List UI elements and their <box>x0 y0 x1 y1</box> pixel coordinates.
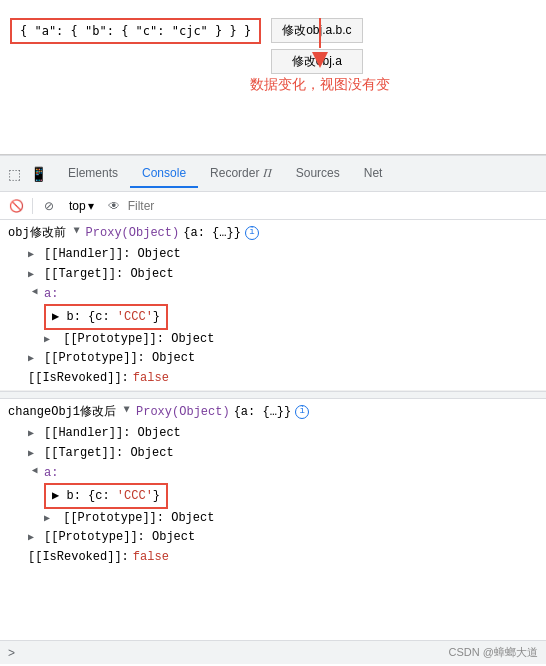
entry1-proto2: [[Prototype]]: Object <box>44 349 195 367</box>
entry1-handler-arrow[interactable]: ▶ <box>28 247 40 262</box>
entry2-proxy-content: {a: {…}} <box>234 403 292 421</box>
entry2-target-arrow[interactable]: ▶ <box>28 446 40 461</box>
entry1-b-highlight: ▶ b: {c: 'CCC'} <box>44 304 168 330</box>
entry2-target-row: ▶ [[Target]]: Object <box>8 443 538 463</box>
entry2-proxy-keyword: Proxy(Object) <box>136 403 230 421</box>
entry1-proto1-row: ▶ [[Prototype]]: Object <box>8 330 538 348</box>
entry1-isrevoked-label: [[IsRevoked]]: <box>28 369 129 387</box>
entry1-isrevoked-row: [[IsRevoked]]: false <box>8 368 538 388</box>
entry1-proto2-arrow[interactable]: ▶ <box>28 351 40 366</box>
entry2-target: [[Target]]: Object <box>44 444 174 462</box>
entry1-a-label: a: <box>44 285 58 303</box>
entry1-info-icon[interactable]: i <box>245 226 259 240</box>
chevron-down-icon: ▾ <box>88 199 94 213</box>
arrow-indicator: 数据变化，视图没有变 <box>250 18 390 94</box>
entry2-expand-arrow[interactable]: ▶ <box>119 406 134 418</box>
log-entry-1-header: obj修改前 ▶ Proxy(Object) {a: {…}} i <box>8 222 538 244</box>
entry1-proto2-row: ▶ [[Prototype]]: Object <box>8 348 538 368</box>
filter-input[interactable] <box>128 196 540 216</box>
entry1-target: [[Target]]: Object <box>44 265 174 283</box>
entry2-label: changeObj1修改后 <box>8 403 116 421</box>
console-output: obj修改前 ▶ Proxy(Object) {a: {…}} i ▶ [[Ha… <box>0 220 546 640</box>
devtools-tab-bar: ⬚ 📱 Elements Console Recorder 𝛱 Sources … <box>0 156 546 192</box>
bottom-bar: > CSDN @蟑螂大道 <box>0 640 546 664</box>
entry2-a-arrow[interactable]: ▼ <box>27 467 42 479</box>
tab-sources[interactable]: Sources <box>284 160 352 188</box>
log-entry-2-header: changeObj1修改后 ▶ Proxy(Object) {a: {…}} i <box>8 401 538 423</box>
eye-icon[interactable]: 👁 <box>104 196 124 216</box>
filter-icon[interactable]: ⊘ <box>39 196 59 216</box>
tab-icons-group: ⬚ 📱 <box>4 164 48 184</box>
entry1-proto1: [[Prototype]]: Object <box>63 332 214 346</box>
entry2-handler: [[Handler]]: Object <box>44 424 181 442</box>
log-entry-1: obj修改前 ▶ Proxy(Object) {a: {…}} i ▶ [[Ha… <box>0 220 546 391</box>
entry1-b-row: ▶ b: {c: 'CCC'} <box>8 304 538 330</box>
entry1-proto1-arrow[interactable]: ▶ <box>44 332 56 347</box>
tab-network[interactable]: Net <box>352 160 395 188</box>
entry1-a-row: ▼ a: <box>8 284 538 304</box>
entry2-isrevoked-row: [[IsRevoked]]: false <box>8 547 538 567</box>
devtools-panel: ⬚ 📱 Elements Console Recorder 𝛱 Sources … <box>0 155 546 664</box>
arrow-down <box>312 52 328 68</box>
entry2-proto1-arrow[interactable]: ▶ <box>44 511 56 526</box>
entry2-b-text: ▶ b: {c: 'CCC'} <box>52 487 160 505</box>
tab-console[interactable]: Console <box>130 160 198 188</box>
entry2-proto1-row: ▶ [[Prototype]]: Object <box>8 509 538 527</box>
entry2-proto2: [[Prototype]]: Object <box>44 528 195 546</box>
arrow-line <box>319 18 321 48</box>
entry1-label: obj修改前 <box>8 224 66 242</box>
entry2-proto2-arrow[interactable]: ▶ <box>28 530 40 545</box>
entry1-expand-arrow[interactable]: ▶ <box>68 227 83 239</box>
toolbar-divider <box>32 198 33 214</box>
section-divider <box>0 391 546 399</box>
entry1-proxy-content: {a: {…}} <box>183 224 241 242</box>
entry2-proto1: [[Prototype]]: Object <box>63 511 214 525</box>
entry1-a-arrow[interactable]: ▼ <box>27 288 42 300</box>
entry2-info-icon[interactable]: i <box>295 405 309 419</box>
entry2-handler-arrow[interactable]: ▶ <box>28 426 40 441</box>
console-toolbar: 🚫 ⊘ top ▾ 👁 <box>0 192 546 220</box>
watermark: CSDN @蟑螂大道 <box>449 645 538 660</box>
entry1-b-text: ▶ b: {c: 'CCC'} <box>52 308 160 326</box>
change-label: 数据变化，视图没有变 <box>250 76 390 94</box>
context-selector[interactable]: top ▾ <box>63 197 100 215</box>
entry2-handler-row: ▶ [[Handler]]: Object <box>8 423 538 443</box>
context-label: top <box>69 199 86 213</box>
device-icon[interactable]: 📱 <box>28 164 48 184</box>
tab-elements[interactable]: Elements <box>56 160 130 188</box>
demo-area: { "a": { "b": { "c": "cjc" } } } 修改obj.a… <box>0 0 546 155</box>
entry2-b-highlight: ▶ b: {c: 'CCC'} <box>44 483 168 509</box>
entry1-target-arrow[interactable]: ▶ <box>28 267 40 282</box>
entry2-proto2-row: ▶ [[Prototype]]: Object <box>8 527 538 547</box>
tab-recorder[interactable]: Recorder 𝛱 <box>198 160 284 188</box>
clear-console-icon[interactable]: 🚫 <box>6 196 26 216</box>
json-text: { "a": { "b": { "c": "cjc" } } } <box>20 24 251 38</box>
entry2-a-row: ▼ a: <box>8 463 538 483</box>
entry1-target-row: ▶ [[Target]]: Object <box>8 264 538 284</box>
entry2-isrevoked-label: [[IsRevoked]]: <box>28 548 129 566</box>
inspect-icon[interactable]: ⬚ <box>4 164 24 184</box>
entry1-isrevoked-value: false <box>133 369 169 387</box>
entry2-a-label: a: <box>44 464 58 482</box>
entry2-b-row: ▶ b: {c: 'CCC'} <box>8 483 538 509</box>
log-entry-2: changeObj1修改后 ▶ Proxy(Object) {a: {…}} i… <box>0 399 546 569</box>
prompt-icon: > <box>8 646 15 660</box>
entry2-isrevoked-value: false <box>133 548 169 566</box>
entry1-handler-row: ▶ [[Handler]]: Object <box>8 244 538 264</box>
json-display: { "a": { "b": { "c": "cjc" } } } <box>10 18 261 44</box>
entry1-handler: [[Handler]]: Object <box>44 245 181 263</box>
entry1-proxy-keyword: Proxy(Object) <box>86 224 180 242</box>
